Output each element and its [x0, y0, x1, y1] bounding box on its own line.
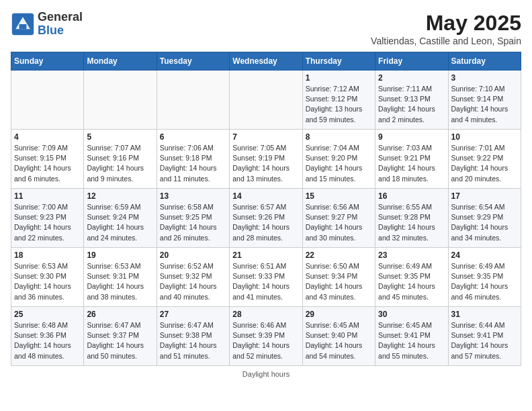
- day-info: Sunrise: 6:54 AMSunset: 9:29 PMDaylight:…: [451, 202, 518, 243]
- day-info: Sunrise: 6:49 AMSunset: 9:35 PMDaylight:…: [378, 261, 445, 302]
- calendar-cell: 10Sunrise: 7:01 AMSunset: 9:22 PMDayligh…: [448, 130, 521, 189]
- day-number: 27: [160, 310, 226, 319]
- day-number: 4: [14, 132, 81, 142]
- day-info: Sunrise: 6:59 AMSunset: 9:24 PMDaylight:…: [87, 202, 153, 243]
- calendar-cell: 18Sunrise: 6:53 AMSunset: 9:30 PMDayligh…: [11, 248, 84, 307]
- day-info: Sunrise: 7:03 AMSunset: 9:21 PMDaylight:…: [378, 143, 445, 184]
- calendar-cell: 26Sunrise: 6:47 AMSunset: 9:37 PMDayligh…: [84, 307, 157, 366]
- day-number: 21: [232, 250, 299, 260]
- calendar-body: 1Sunrise: 7:12 AMSunset: 9:12 PMDaylight…: [11, 71, 521, 366]
- calendar-cell: 14Sunrise: 6:57 AMSunset: 9:26 PMDayligh…: [230, 189, 302, 248]
- day-number: 28: [232, 310, 299, 319]
- calendar-cell: 20Sunrise: 6:52 AMSunset: 9:32 PMDayligh…: [157, 248, 229, 307]
- day-info: Sunrise: 7:09 AMSunset: 9:15 PMDaylight:…: [14, 143, 81, 184]
- calendar-week-4: 18Sunrise: 6:53 AMSunset: 9:30 PMDayligh…: [11, 248, 521, 307]
- calendar-cell: 25Sunrise: 6:48 AMSunset: 9:36 PMDayligh…: [11, 307, 84, 366]
- calendar-cell: 3Sunrise: 7:10 AMSunset: 9:14 PMDaylight…: [448, 71, 521, 130]
- calendar-cell: 24Sunrise: 6:49 AMSunset: 9:35 PMDayligh…: [448, 248, 521, 307]
- header-day-sunday: Sunday: [11, 52, 84, 71]
- month-title: May 2025: [371, 11, 521, 36]
- day-number: 20: [160, 250, 226, 260]
- header-day-monday: Monday: [84, 52, 157, 71]
- day-info: Sunrise: 7:06 AMSunset: 9:18 PMDaylight:…: [160, 143, 226, 184]
- header-day-saturday: Saturday: [448, 52, 521, 71]
- day-number: 1: [306, 73, 372, 83]
- calendar-cell: 30Sunrise: 6:45 AMSunset: 9:41 PMDayligh…: [375, 307, 448, 366]
- day-info: Sunrise: 7:01 AMSunset: 9:22 PMDaylight:…: [451, 143, 518, 184]
- day-info: Sunrise: 7:04 AMSunset: 9:20 PMDaylight:…: [306, 143, 372, 184]
- calendar-week-2: 4Sunrise: 7:09 AMSunset: 9:15 PMDaylight…: [11, 130, 521, 189]
- location-subtitle: Valtiendas, Castille and Leon, Spain: [371, 36, 521, 46]
- day-number: 9: [378, 132, 445, 142]
- day-info: Sunrise: 6:55 AMSunset: 9:28 PMDaylight:…: [378, 202, 445, 243]
- day-info: Sunrise: 6:50 AMSunset: 9:34 PMDaylight:…: [306, 261, 372, 302]
- calendar-cell: 4Sunrise: 7:09 AMSunset: 9:15 PMDaylight…: [11, 130, 84, 189]
- day-number: 24: [451, 250, 518, 260]
- day-number: 10: [451, 132, 518, 142]
- calendar-cell: 19Sunrise: 6:53 AMSunset: 9:31 PMDayligh…: [84, 248, 157, 307]
- day-number: 6: [160, 132, 226, 142]
- calendar-cell: [11, 71, 84, 130]
- day-number: 25: [14, 310, 81, 319]
- day-info: Sunrise: 7:12 AMSunset: 9:12 PMDaylight:…: [306, 84, 372, 125]
- day-number: 17: [451, 191, 518, 201]
- day-info: Sunrise: 6:46 AMSunset: 9:39 PMDaylight:…: [232, 320, 299, 361]
- calendar-cell: 12Sunrise: 6:59 AMSunset: 9:24 PMDayligh…: [84, 189, 157, 248]
- calendar-week-3: 11Sunrise: 7:00 AMSunset: 9:23 PMDayligh…: [11, 189, 521, 248]
- calendar-week-5: 25Sunrise: 6:48 AMSunset: 9:36 PMDayligh…: [11, 307, 521, 366]
- day-number: 30: [378, 310, 445, 319]
- calendar-cell: [157, 71, 229, 130]
- calendar-cell: 1Sunrise: 7:12 AMSunset: 9:12 PMDaylight…: [302, 71, 375, 130]
- calendar-cell: 2Sunrise: 7:11 AMSunset: 9:13 PMDaylight…: [375, 71, 448, 130]
- calendar-cell: 29Sunrise: 6:45 AMSunset: 9:40 PMDayligh…: [302, 307, 375, 366]
- calendar-cell: 31Sunrise: 6:44 AMSunset: 9:41 PMDayligh…: [448, 307, 521, 366]
- footer-note: Daylight hours: [11, 370, 521, 378]
- day-number: 3: [451, 73, 518, 83]
- calendar-cell: 21Sunrise: 6:51 AMSunset: 9:33 PMDayligh…: [230, 248, 302, 307]
- day-info: Sunrise: 6:45 AMSunset: 9:41 PMDaylight:…: [378, 320, 445, 361]
- logo: General Blue: [11, 11, 83, 38]
- calendar-cell: 17Sunrise: 6:54 AMSunset: 9:29 PMDayligh…: [448, 189, 521, 248]
- day-info: Sunrise: 6:52 AMSunset: 9:32 PMDaylight:…: [160, 261, 226, 302]
- day-info: Sunrise: 6:58 AMSunset: 9:25 PMDaylight:…: [160, 202, 226, 243]
- calendar-cell: 15Sunrise: 6:56 AMSunset: 9:27 PMDayligh…: [302, 189, 375, 248]
- day-info: Sunrise: 6:48 AMSunset: 9:36 PMDaylight:…: [14, 320, 81, 361]
- day-number: 7: [232, 132, 299, 142]
- calendar-cell: [230, 71, 302, 130]
- day-number: 15: [306, 191, 372, 201]
- calendar-cell: 6Sunrise: 7:06 AMSunset: 9:18 PMDaylight…: [157, 130, 229, 189]
- logo-line1: General: [38, 11, 83, 24]
- day-info: Sunrise: 6:49 AMSunset: 9:35 PMDaylight:…: [451, 261, 518, 302]
- calendar-cell: 9Sunrise: 7:03 AMSunset: 9:21 PMDaylight…: [375, 130, 448, 189]
- svg-rect-2: [19, 24, 27, 29]
- calendar-cell: 22Sunrise: 6:50 AMSunset: 9:34 PMDayligh…: [302, 248, 375, 307]
- day-info: Sunrise: 6:57 AMSunset: 9:26 PMDaylight:…: [232, 202, 299, 243]
- day-info: Sunrise: 7:11 AMSunset: 9:13 PMDaylight:…: [378, 84, 445, 125]
- calendar-cell: 16Sunrise: 6:55 AMSunset: 9:28 PMDayligh…: [375, 189, 448, 248]
- calendar-cell: 5Sunrise: 7:07 AMSunset: 9:16 PMDaylight…: [84, 130, 157, 189]
- page-header: General Blue May 2025 Valtiendas, Castil…: [11, 11, 521, 46]
- day-info: Sunrise: 6:51 AMSunset: 9:33 PMDaylight:…: [232, 261, 299, 302]
- title-area: May 2025 Valtiendas, Castille and Leon, …: [371, 11, 521, 46]
- day-number: 23: [378, 250, 445, 260]
- day-number: 19: [87, 250, 153, 260]
- calendar-header: SundayMondayTuesdayWednesdayThursdayFrid…: [11, 52, 521, 71]
- calendar-cell: 11Sunrise: 7:00 AMSunset: 9:23 PMDayligh…: [11, 189, 84, 248]
- day-info: Sunrise: 7:07 AMSunset: 9:16 PMDaylight:…: [87, 143, 153, 184]
- day-info: Sunrise: 6:53 AMSunset: 9:30 PMDaylight:…: [14, 261, 81, 302]
- day-number: 26: [87, 310, 153, 319]
- day-number: 8: [306, 132, 372, 142]
- day-info: Sunrise: 6:45 AMSunset: 9:40 PMDaylight:…: [306, 320, 372, 361]
- logo-icon: [11, 12, 35, 36]
- day-number: 16: [378, 191, 445, 201]
- day-info: Sunrise: 6:56 AMSunset: 9:27 PMDaylight:…: [306, 202, 372, 243]
- header-row: SundayMondayTuesdayWednesdayThursdayFrid…: [11, 52, 521, 71]
- calendar-cell: 13Sunrise: 6:58 AMSunset: 9:25 PMDayligh…: [157, 189, 229, 248]
- day-info: Sunrise: 6:47 AMSunset: 9:37 PMDaylight:…: [87, 320, 153, 361]
- day-number: 11: [14, 191, 81, 201]
- day-number: 5: [87, 132, 153, 142]
- calendar-cell: 7Sunrise: 7:05 AMSunset: 9:19 PMDaylight…: [230, 130, 302, 189]
- day-number: 29: [306, 310, 372, 319]
- day-number: 18: [14, 250, 81, 260]
- day-info: Sunrise: 7:00 AMSunset: 9:23 PMDaylight:…: [14, 202, 81, 243]
